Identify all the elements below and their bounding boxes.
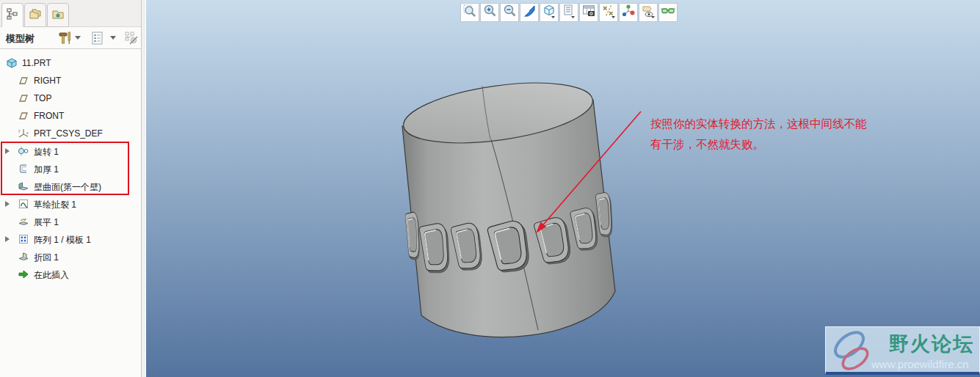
graphics-viewport[interactable]: 按照你的实体转换的方法，这根中间线不能 有干涉，不然就失败。 野火论坛 www.… bbox=[146, 0, 980, 377]
thicken-icon bbox=[18, 163, 29, 175]
zoom-out-button[interactable] bbox=[500, 3, 519, 22]
annotation-line-1: 按照你的实体转换的方法，这根中间线不能 bbox=[650, 114, 867, 134]
repaint-icon bbox=[522, 4, 537, 21]
tab-tree-icon bbox=[6, 7, 19, 23]
tree-item-foldback-1[interactable]: 折回 1 bbox=[0, 248, 141, 266]
watermark-url: www.proewildfire.cn bbox=[871, 358, 969, 370]
tree-item-label: 折回 1 bbox=[34, 252, 59, 264]
tree-item-label: 旋转 1 bbox=[34, 146, 59, 158]
tree-item-label: TOP bbox=[34, 93, 51, 103]
tree-item-csys-def[interactable]: yxPRT_CSYS_DEF bbox=[0, 125, 141, 142]
annotation-display-icon bbox=[641, 4, 656, 21]
spin-center-icon bbox=[621, 4, 636, 21]
view-manager-icon bbox=[581, 4, 596, 21]
tree-item-label: FRONT bbox=[34, 111, 64, 121]
annotation-display-button[interactable] bbox=[639, 3, 658, 22]
expand-arrow-icon[interactable] bbox=[5, 201, 10, 207]
annotation-line-2: 有干涉，不然就失败。 bbox=[650, 134, 867, 155]
sketch-icon bbox=[18, 198, 29, 210]
expand-arrow-icon[interactable] bbox=[5, 148, 10, 154]
zoom-in-icon bbox=[482, 4, 497, 21]
tree-item-flatten-1[interactable]: 展平 1 bbox=[0, 213, 141, 230]
tree-item-sketch-rip-1[interactable]: 草绘扯裂 1 bbox=[0, 195, 141, 213]
tree-item-label: RIGHT bbox=[34, 76, 61, 86]
view-manager-button[interactable] bbox=[579, 3, 598, 22]
wall-icon bbox=[18, 180, 29, 192]
part-icon bbox=[6, 57, 18, 69]
display-style-icon bbox=[542, 4, 556, 21]
panel-title: 模型树 bbox=[6, 32, 35, 45]
tree-item-label: 壁曲面(第一个壁) bbox=[34, 181, 101, 194]
annotation-text: 按照你的实体转换的方法，这根中间线不能 有干涉，不然就失败。 bbox=[650, 114, 867, 155]
svg-text:y: y bbox=[18, 128, 21, 133]
revolve-icon bbox=[18, 145, 29, 157]
insert-icon bbox=[18, 268, 29, 280]
zoom-out-icon bbox=[502, 4, 517, 21]
panel-header: 模型树 bbox=[0, 27, 141, 49]
tree-item-label: PRT_CSYS_DEF bbox=[34, 128, 103, 139]
datum-display-button[interactable] bbox=[599, 3, 618, 22]
tree-item-label: 加厚 1 bbox=[34, 164, 59, 176]
list-settings-icon[interactable] bbox=[90, 30, 106, 46]
saved-views-icon bbox=[562, 4, 576, 21]
expand-arrow-icon[interactable] bbox=[5, 236, 10, 242]
tools-dropdown-icon[interactable] bbox=[75, 36, 81, 40]
plane-icon bbox=[18, 110, 29, 122]
csys-icon: yx bbox=[18, 128, 29, 139]
tree-item-datum-right[interactable]: RIGHT bbox=[0, 72, 141, 89]
tree-item-datum-top[interactable]: TOP bbox=[0, 89, 141, 107]
spin-center-button[interactable] bbox=[619, 3, 638, 22]
display-style-button[interactable] bbox=[540, 3, 559, 22]
glasses-button[interactable] bbox=[658, 3, 678, 22]
folder-browser-tab[interactable] bbox=[24, 3, 46, 27]
zoom-region-icon bbox=[462, 4, 477, 21]
saved-views-button[interactable] bbox=[559, 3, 578, 22]
favorites-tab[interactable] bbox=[47, 3, 69, 27]
tree-item-pattern-1[interactable]: 阵列 1 / 模板 1 bbox=[0, 230, 141, 248]
viewport-toolbar bbox=[460, 3, 678, 22]
plane-icon bbox=[18, 75, 29, 87]
tree-item-label: 阵列 1 / 模板 1 bbox=[34, 234, 91, 246]
tree-item-wall-surface[interactable]: 壁曲面(第一个壁) bbox=[0, 177, 141, 195]
model-tree: 11.PRTRIGHTTOPFRONTyxPRT_CSYS_DEF旋转 1加厚 … bbox=[0, 54, 141, 283]
tree-item-part-11[interactable]: 11.PRT bbox=[0, 54, 141, 72]
tab-folders-icon bbox=[28, 7, 43, 23]
tree-item-insert-here[interactable]: 在此插入 bbox=[0, 266, 141, 283]
tree-item-datum-front[interactable]: FRONT bbox=[0, 107, 141, 125]
tree-item-label: 展平 1 bbox=[34, 216, 59, 229]
repaint-button[interactable] bbox=[520, 3, 539, 22]
tree-filter-icon[interactable] bbox=[123, 30, 139, 46]
tree-item-label: 草绘扯裂 1 bbox=[34, 199, 76, 211]
watermark-title: 野火论坛 bbox=[889, 331, 974, 357]
datum-display-icon bbox=[601, 4, 616, 21]
model-tree-panel: 模型树 11.PRTRIGHTTOPFRONTyxPRT_CSYS_DEF旋转 … bbox=[0, 0, 141, 377]
zoom-region-button[interactable] bbox=[460, 3, 479, 22]
application-window: 模型树 11.PRTRIGHTTOPFRONTyxPRT_CSYS_DEF旋转 … bbox=[0, 0, 980, 377]
pattern-icon bbox=[18, 233, 29, 245]
panel-divider[interactable] bbox=[141, 0, 146, 377]
zoom-in-button[interactable] bbox=[480, 3, 499, 22]
model-3d-view bbox=[146, 0, 980, 377]
list-dropdown-icon[interactable] bbox=[110, 36, 116, 40]
tree-item-label: 11.PRT bbox=[22, 58, 51, 68]
flatten-icon bbox=[18, 216, 29, 227]
svg-text:x: x bbox=[26, 131, 29, 135]
plane-icon bbox=[18, 92, 29, 104]
model-tree-tab[interactable] bbox=[1, 3, 23, 27]
glasses-icon bbox=[661, 4, 675, 21]
panel-tabs bbox=[0, 0, 141, 27]
tools-icon[interactable] bbox=[57, 30, 73, 46]
tab-favorites-icon bbox=[51, 7, 65, 23]
tree-item-revolve-1[interactable]: 旋转 1 bbox=[0, 142, 141, 160]
tree-item-thicken-1[interactable]: 加厚 1 bbox=[0, 160, 141, 177]
watermark: 野火论坛 www.proewildfire.cn bbox=[825, 326, 980, 375]
foldback-icon bbox=[18, 251, 29, 263]
tree-item-label: 在此插入 bbox=[34, 269, 69, 282]
